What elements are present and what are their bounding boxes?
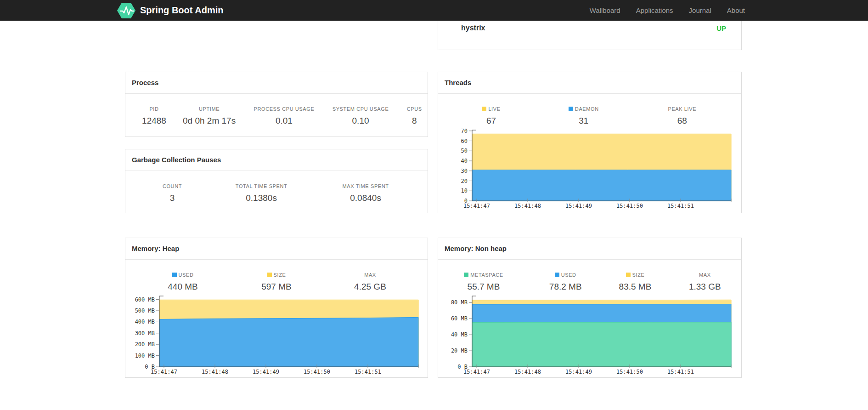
- stat-max: MAX1.33 GB: [669, 272, 741, 292]
- stat-value: 0.0840s: [304, 193, 428, 203]
- svg-text:15:41:51: 15:41:51: [667, 203, 694, 209]
- stat-daemon: DAEMON31: [544, 106, 623, 126]
- stat-label: UPTIME: [183, 106, 236, 112]
- top-navbar: Spring Boot Admin WallboardApplicationsJ…: [0, 0, 868, 21]
- svg-text:15:41:49: 15:41:49: [565, 369, 592, 375]
- gc-pauses-card: Garbage Collection Pauses COUNT3TOTAL TI…: [125, 149, 428, 213]
- process-stats-row: PID12488UPTIME0d 0h 2m 17sPROCESS CPU US…: [125, 106, 428, 126]
- svg-text:15:41:51: 15:41:51: [355, 369, 381, 375]
- stat-value: 78.2 MB: [529, 282, 602, 292]
- stat-value: 0d 0h 2m 17s: [183, 116, 236, 126]
- svg-text:20: 20: [461, 178, 468, 184]
- svg-text:600 MB: 600 MB: [135, 296, 155, 303]
- stat-label: MAX: [669, 272, 741, 278]
- stat-count: COUNT3: [125, 183, 219, 203]
- stat-label: SYSTEM CPU USAGE: [333, 106, 389, 112]
- nav-item-about[interactable]: About: [727, 6, 745, 14]
- svg-text:400 MB: 400 MB: [135, 319, 155, 325]
- applications-panel: hystrix UP: [438, 21, 742, 50]
- stat-value: 1.33 GB: [669, 282, 741, 292]
- process-card-title: Process: [125, 72, 428, 94]
- stat-label: MAX: [313, 272, 428, 278]
- svg-text:300 MB: 300 MB: [135, 330, 155, 336]
- svg-text:80 MB: 80 MB: [451, 299, 468, 306]
- svg-text:60: 60: [461, 138, 468, 144]
- gc-stats-row: COUNT3TOTAL TIME SPENT0.1380sMAX TIME SP…: [125, 183, 428, 203]
- spring-boot-admin-logo-icon: [117, 2, 135, 19]
- stat-label: SIZE: [240, 272, 313, 278]
- stat-label: TOTAL TIME SPENT: [219, 183, 304, 189]
- stat-value: 8: [389, 116, 440, 126]
- svg-text:15:41:50: 15:41:50: [304, 369, 330, 375]
- svg-text:10: 10: [461, 188, 468, 194]
- svg-text:15:41:50: 15:41:50: [616, 369, 643, 375]
- stat-live: LIVE67: [438, 106, 544, 126]
- nonheap-stats-row: METASPACE55.7 MBUSED78.2 MBSIZE83.5 MBMA…: [438, 272, 741, 292]
- stat-value: 67: [438, 116, 544, 126]
- process-card: Process PID12488UPTIME0d 0h 2m 17sPROCES…: [125, 72, 428, 137]
- threads-area-chart: 01020304050607015:41:4715:41:4815:41:491…: [442, 126, 736, 212]
- stat-process-cpu-usage: PROCESS CPU USAGE0.01: [236, 106, 333, 126]
- nav-item-wallboard[interactable]: Wallboard: [590, 6, 620, 14]
- stat-label: USED: [125, 272, 240, 278]
- threads-card-title: Threads: [438, 72, 741, 94]
- stat-total-time-spent: TOTAL TIME SPENT0.1380s: [219, 183, 304, 203]
- stat-label: DAEMON: [544, 106, 623, 112]
- svg-text:15:41:48: 15:41:48: [514, 369, 541, 375]
- svg-text:200 MB: 200 MB: [135, 341, 155, 347]
- stat-value: 68: [623, 116, 741, 126]
- svg-text:50: 50: [461, 148, 468, 154]
- legend-yellow-swatch-icon: [267, 273, 272, 277]
- stat-value: 0.01: [236, 116, 333, 126]
- stat-label: COUNT: [125, 183, 219, 189]
- stat-value: 12488: [125, 116, 183, 126]
- legend-yellow-swatch-icon: [482, 107, 486, 111]
- stat-max: MAX4.25 GB: [313, 272, 428, 292]
- stat-value: 0.1380s: [219, 193, 304, 203]
- legend-green-swatch-icon: [464, 273, 468, 277]
- stat-size: SIZE597 MB: [240, 272, 313, 292]
- stat-value: 31: [544, 116, 623, 126]
- legend-blue-swatch-icon: [555, 273, 559, 277]
- status-badge: UP: [716, 24, 726, 32]
- stat-label: MAX TIME SPENT: [304, 183, 428, 189]
- stat-value: 3: [125, 193, 219, 203]
- heap-stats-row: USED440 MBSIZE597 MBMAX4.25 GB: [125, 272, 428, 292]
- threads-stats-row: LIVE67DAEMON31PEAK LIVE68: [438, 106, 741, 126]
- stat-value: 440 MB: [125, 282, 240, 292]
- application-name: hystrix: [461, 24, 485, 32]
- nav-item-journal[interactable]: Journal: [689, 6, 711, 14]
- row-divider: [456, 37, 730, 37]
- memory-nonheap-card: Memory: Non heap METASPACE55.7 MBUSED78.…: [438, 238, 742, 378]
- stat-label: PID: [125, 106, 183, 112]
- spring-boot-admin-details-page: { "navbar": { "brand": "Spring Boot Admi…: [0, 0, 868, 410]
- legend-blue-swatch-icon: [172, 273, 177, 277]
- gc-pauses-card-title: Garbage Collection Pauses: [125, 149, 428, 171]
- threads-card: Threads LIVE67DAEMON31PEAK LIVE68 010203…: [438, 72, 742, 213]
- stat-used: USED78.2 MB: [529, 272, 602, 292]
- memory-heap-card: Memory: Heap USED440 MBSIZE597 MBMAX4.25…: [125, 238, 428, 378]
- nav-item-applications[interactable]: Applications: [636, 6, 673, 14]
- stat-value: 597 MB: [240, 282, 313, 292]
- svg-text:30: 30: [461, 168, 468, 174]
- stat-label: CPUS: [389, 106, 440, 112]
- stat-label: LIVE: [438, 106, 544, 112]
- svg-text:70: 70: [461, 128, 468, 134]
- stat-size: SIZE83.5 MB: [602, 272, 668, 292]
- stat-peak-live: PEAK LIVE68: [623, 106, 741, 126]
- application-row-hystrix[interactable]: hystrix UP: [438, 22, 741, 37]
- svg-text:40 MB: 40 MB: [451, 331, 468, 338]
- stat-cpus: CPUS8: [389, 106, 440, 126]
- stat-label: PROCESS CPU USAGE: [236, 106, 333, 112]
- stat-value: 0.10: [333, 116, 389, 126]
- svg-text:15:41:49: 15:41:49: [565, 203, 592, 209]
- brand[interactable]: Spring Boot Admin: [117, 0, 223, 21]
- memory-nonheap-area-chart: 0 B20 MB40 MB60 MB80 MB15:41:4715:41:481…: [442, 292, 736, 378]
- stat-value: 55.7 MB: [438, 282, 529, 292]
- legend-blue-swatch-icon: [569, 107, 573, 111]
- svg-text:100 MB: 100 MB: [135, 353, 155, 359]
- stat-system-cpu-usage: SYSTEM CPU USAGE0.10: [333, 106, 389, 126]
- svg-text:60 MB: 60 MB: [451, 315, 468, 322]
- svg-text:15:41:47: 15:41:47: [463, 203, 490, 209]
- memory-heap-card-title: Memory: Heap: [125, 238, 428, 260]
